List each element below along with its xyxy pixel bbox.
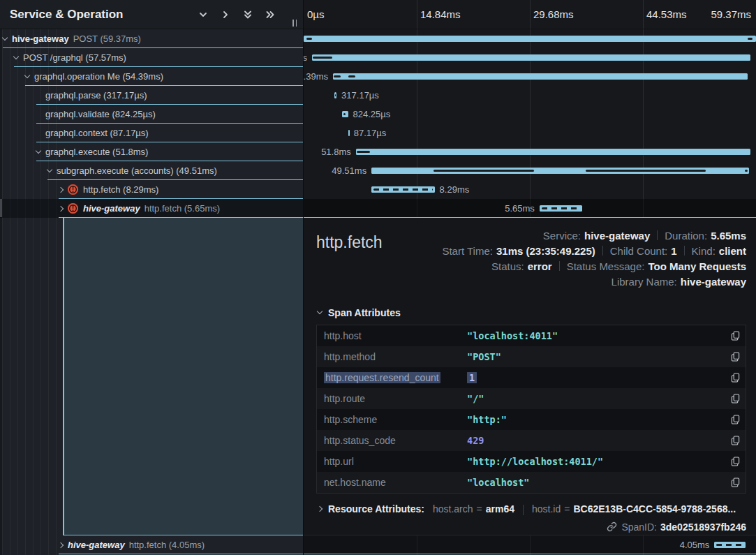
attribute-value: "/": [467, 393, 722, 404]
timeline-row[interactable]: 49.51ms: [304, 161, 756, 180]
span-bar[interactable]: [348, 130, 350, 136]
copy-icon[interactable]: [722, 415, 740, 424]
tree-row[interactable]: graphql.execute (51.8ms): [0, 142, 303, 161]
timeline-row[interactable]: 4.05ms: [304, 535, 756, 554]
timeline-row[interactable]: 87.17µs: [304, 124, 756, 142]
tree-chevron-right-icon[interactable]: [58, 186, 64, 192]
timeline-row[interactable]: 317.17µs: [304, 86, 756, 105]
span-attributes-header[interactable]: Span Attributes: [316, 307, 746, 318]
attribute-row[interactable]: http.url"http://localhost:4011/": [317, 451, 746, 472]
tree-chevron-down-icon[interactable]: [47, 166, 52, 172]
span-service-name: hive-gateway: [68, 540, 125, 550]
timeline-row[interactable]: 8.29ms: [304, 180, 756, 199]
span-operation-label: POST /graphql (57.57ms): [23, 52, 126, 63]
span-bar[interactable]: [312, 54, 750, 61]
tree-scrollbar-thumb[interactable]: [0, 199, 2, 217]
tree-chevron-down-icon[interactable]: [13, 53, 19, 59]
attribute-row[interactable]: http.status_code429: [317, 430, 746, 451]
chevrons-down-icon[interactable]: [240, 7, 255, 22]
child-span-dashes: [542, 207, 581, 209]
chevrons-right-icon[interactable]: [262, 7, 278, 22]
attribute-row[interactable]: http.host"localhost:4011": [317, 325, 746, 346]
chevron-right-icon[interactable]: [218, 7, 233, 22]
meta-key: Child Count:: [610, 245, 668, 257]
meta-separator: [657, 230, 658, 240]
timeline-tick-label: 29.68ms: [530, 0, 574, 29]
timeline-tick-label: 14.84ms: [417, 0, 461, 29]
child-span-mark: [334, 75, 341, 77]
span-operation-label: subgraph.execute (accounts) (49.51ms): [57, 165, 217, 176]
attribute-key: http.url: [324, 456, 467, 467]
span-bar[interactable]: [333, 73, 748, 80]
chevron-down-icon[interactable]: [195, 7, 211, 22]
tree-row[interactable]: hive-gatewayhttp.fetch (4.05ms): [0, 535, 303, 554]
copy-icon[interactable]: [722, 436, 740, 445]
child-span-mark: [586, 170, 706, 172]
child-span-dashes: [373, 188, 432, 191]
link-icon[interactable]: [607, 521, 617, 532]
tree-chevron-right-icon[interactable]: [58, 542, 64, 547]
attribute-row[interactable]: net.host.name"localhost": [317, 472, 746, 493]
timeline-row[interactable]: 5.65ms: [304, 199, 756, 218]
copy-icon[interactable]: [722, 457, 740, 466]
tree-chevron-right-icon[interactable]: [58, 205, 64, 211]
span-operation-label: POST (59.37ms): [73, 34, 141, 44]
attribute-key: http.scheme: [324, 414, 467, 425]
tree-row[interactable]: hive-gatewayPOST (59.37ms): [0, 29, 303, 48]
copy-icon[interactable]: [722, 394, 740, 404]
tree-row[interactable]: graphql.parse (317.17µs): [0, 86, 303, 105]
span-bar[interactable]: [371, 186, 434, 193]
tree-row[interactable]: POST /graphql (57.57ms): [0, 48, 303, 67]
timeline-row[interactable]: 57.57ms: [304, 48, 756, 67]
copy-icon[interactable]: [722, 331, 740, 341]
tree-chevron-down-icon[interactable]: [2, 34, 8, 40]
tree-row[interactable]: graphql.operation Me (54.39ms): [0, 67, 303, 86]
tree-row[interactable]: !hive-gatewayhttp.fetch (5.65ms): [0, 199, 303, 218]
span-operation-label: graphql.operation Me (54.39ms): [34, 71, 163, 82]
tree-row[interactable]: graphql.context (87.17µs): [0, 124, 303, 142]
resource-attributes-row[interactable]: Resource Attributes: host.arch=arm64host…: [316, 503, 746, 515]
tree-chevron-down-icon[interactable]: [24, 72, 30, 77]
timeline-tick-label: 0µs: [304, 0, 325, 29]
detail-meta-line: Status:errorStatus Message:Too Many Requ…: [491, 258, 746, 274]
child-span-mark: [433, 170, 534, 172]
tree-row[interactable]: subgraph.execute (accounts) (49.51ms): [0, 161, 303, 180]
span-operation-label: graphql.parse (317.17µs): [45, 90, 147, 101]
meta-separator: [684, 246, 685, 256]
tree-row[interactable]: !http.fetch (8.29ms): [0, 180, 303, 199]
duration-label: 8.29ms: [440, 180, 470, 199]
span-service-name: hive-gateway: [12, 34, 69, 44]
tree-scrollbar[interactable]: [0, 29, 2, 555]
copy-icon[interactable]: [722, 478, 740, 487]
copy-icon[interactable]: [722, 373, 740, 383]
meta-key: Kind:: [692, 245, 716, 257]
span-bar[interactable]: [304, 36, 756, 42]
attribute-row[interactable]: http.route"/": [317, 388, 746, 409]
span-detail-title: http.fetch: [316, 233, 383, 252]
attribute-row[interactable]: http.request.resend_count1: [317, 367, 746, 388]
attribute-value: "http://localhost:4011/": [467, 456, 722, 467]
span-operation-label: graphql.execute (51.8ms): [45, 147, 148, 157]
span-bar[interactable]: [714, 542, 745, 548]
resource-attributes-items: host.arch=arm64host.id=BC62E13B-C4CC-585…: [433, 503, 736, 515]
attribute-row[interactable]: http.scheme"http:": [317, 409, 746, 430]
tree-chevron-down-icon[interactable]: [36, 147, 41, 153]
copy-icon[interactable]: [722, 352, 740, 362]
timeline-row[interactable]: 54.39ms: [304, 67, 756, 86]
timeline-row[interactable]: 824.25µs: [304, 105, 756, 124]
panel-resize-handle[interactable]: [290, 17, 299, 29]
tree-row[interactable]: graphql.validate (824.25µs): [0, 105, 303, 124]
timeline-row[interactable]: 59.37ms: [304, 29, 756, 48]
span-id-row: SpanID: 3de02518937fb246: [316, 521, 746, 533]
tree-header: Service & Operation: [0, 0, 303, 29]
span-bar[interactable]: [356, 149, 750, 155]
timeline-row[interactable]: 51.8ms: [304, 142, 756, 161]
duration-label: 4.05ms: [680, 535, 710, 554]
duration-label: 317.17µs: [341, 86, 379, 105]
duration-label: 824.25µs: [353, 105, 391, 124]
chevron-right-icon: [317, 506, 323, 512]
attribute-row[interactable]: http.method"POST": [317, 346, 746, 367]
span-bar[interactable]: [540, 205, 583, 212]
attribute-key: http.method: [324, 351, 467, 362]
span-operation-label: graphql.context (87.17µs): [45, 128, 149, 138]
